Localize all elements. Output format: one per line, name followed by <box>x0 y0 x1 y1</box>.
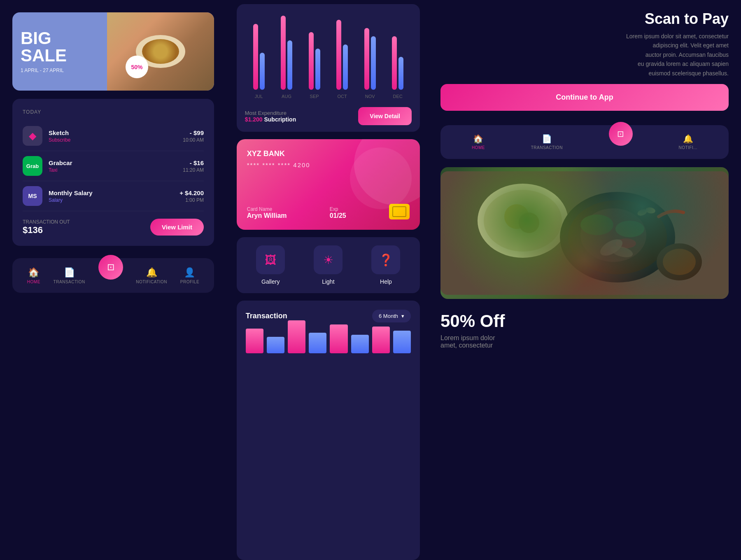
card-number: **** **** **** 4200 <box>247 161 410 168</box>
sketch-name: Sketch <box>49 129 177 136</box>
bar-wrapper <box>281 16 292 90</box>
chevron-down-icon: ▾ <box>401 313 404 319</box>
transaction-item-sketch: ◆ Sketch Subscribe - $99 10:00 AM <box>23 121 204 151</box>
light-label: Light <box>322 278 334 285</box>
bar-month-label: AUG <box>282 94 291 99</box>
nav-center-button[interactable]: ⊡ <box>98 255 123 280</box>
left-panel: BIG SALE 1 APRIL - 27 APRIL 50% TODAY ◆ … <box>0 0 228 560</box>
chart-bar-group-dec: DEC <box>392 36 403 99</box>
right-transaction-icon: 📄 <box>542 134 552 144</box>
pink-bar <box>364 28 369 90</box>
right-nav-notification[interactable]: 🔔 NOTIFI... <box>678 134 697 150</box>
right-notification-icon: 🔔 <box>683 134 693 144</box>
right-bottom-nav: 🏠 HOME 📄 TRANSACTION ⊡ 🔔 NOTIFI... <box>440 125 729 159</box>
grab-amount-col: - $16 11:20 AM <box>183 159 204 173</box>
card-name-label: Card Name <box>247 206 287 212</box>
pink-bar <box>336 20 341 90</box>
bar-month-label: JUL <box>255 94 263 99</box>
light-icon-wrap: ☀ <box>314 245 343 274</box>
bar-month-label: NOV <box>365 94 375 99</box>
mini-bar-item <box>309 333 326 353</box>
grab-time: 11:20 AM <box>183 167 204 173</box>
big-sale-title: BIG SALE <box>21 30 67 64</box>
home-icon: 🏠 <box>28 267 39 278</box>
card-name-group: Card Name Aryn William <box>247 206 287 219</box>
pink-bar <box>392 36 397 90</box>
salary-amount-col: + $4.200 1:00 PM <box>179 189 204 203</box>
continue-to-app-button[interactable]: Continue to App <box>440 84 729 111</box>
salary-name: Monthly Salary <box>49 189 173 196</box>
right-home-label: HOME <box>472 145 485 150</box>
right-nav-transaction[interactable]: 📄 TRANSACTION <box>531 134 563 150</box>
chart-bar-group-nov: NOV <box>364 28 376 99</box>
blue-bar <box>343 44 348 90</box>
card-exp-label: Exp <box>330 206 346 212</box>
chart-card: JULAUGSEPOCTNOVDEC Most Expenditure $1.2… <box>237 4 420 132</box>
transaction-out-group: TRANSACTION OUT $136 <box>23 219 70 236</box>
mini-bar-item <box>330 324 347 353</box>
quick-actions: 🖼 Gallery ☀ Light ❓ Help <box>237 237 420 293</box>
food-image-overlay <box>440 167 729 299</box>
card-exp-group: Exp 01/25 <box>330 206 346 219</box>
card-exp-value: 01/25 <box>330 212 346 219</box>
light-icon: ☀ <box>323 253 333 267</box>
view-limit-button[interactable]: View Limit <box>150 219 204 236</box>
salary-info: Monthly Salary Salary <box>49 189 173 203</box>
help-icon-wrap: ❓ <box>371 245 400 274</box>
mini-bar-item <box>288 320 305 353</box>
transaction-footer: TRANSACTION OUT $136 View Limit <box>23 219 204 236</box>
off-desc: Lorem ipsum doloramet, consectetur <box>440 334 729 349</box>
bottom-nav: 🏠 HOME 📄 TRANSACTION ⊡ 🔔 NOTIFICATION 👤 … <box>12 258 214 293</box>
sketch-amount: - $99 <box>183 129 204 136</box>
card-chip <box>389 204 410 219</box>
big-sale-text-area: BIG SALE 1 APRIL - 27 APRIL <box>12 21 75 82</box>
nav-item-profile[interactable]: 👤 PROFILE <box>180 267 199 284</box>
gallery-icon: 🖼 <box>265 253 276 267</box>
pink-bar <box>281 16 286 90</box>
transaction-bottom-title: Transaction <box>246 312 287 320</box>
right-nav-center-button[interactable]: ⊡ <box>609 122 633 146</box>
grab-icon: Grab <box>23 156 42 176</box>
sketch-sub: Subscribe <box>49 137 177 143</box>
salary-amount: + $4.200 <box>179 189 204 196</box>
nav-item-notification[interactable]: 🔔 NOTIFICATION <box>136 267 167 284</box>
salary-time: 1:00 PM <box>179 197 204 203</box>
ms-icon: MS <box>23 186 42 206</box>
grab-name: Grabcar <box>49 159 177 166</box>
right-notification-label: NOTIFI... <box>678 145 697 150</box>
help-icon: ❓ <box>379 253 393 267</box>
credit-card: XYZ BANK **** **** **** 4200 Card Name A… <box>237 139 420 230</box>
expenditure-amount: $1.200 Subcription <box>245 116 296 123</box>
card-bank-name: XYZ BANK <box>247 149 410 158</box>
expenditure-label: Most Expenditure <box>245 110 296 116</box>
right-nav-home[interactable]: 🏠 HOME <box>472 134 485 150</box>
nav-item-transaction[interactable]: 📄 TRANSACTION <box>54 267 85 284</box>
transaction-item-salary: MS Monthly Salary Salary + $4.200 1:00 P… <box>23 181 204 211</box>
chart-bar-group-jul: JUL <box>253 24 265 99</box>
big-sale-food-image <box>107 12 214 91</box>
big-sale-card: BIG SALE 1 APRIL - 27 APRIL 50% <box>12 12 214 91</box>
transaction-label: TRANSACTION <box>54 280 85 284</box>
middle-panel: JULAUGSEPOCTNOVDEC Most Expenditure $1.2… <box>228 0 428 560</box>
right-transaction-label: TRANSACTION <box>531 145 563 150</box>
grab-info: Grabcar Taxi <box>49 159 177 173</box>
salary-sub: Salary <box>49 197 173 203</box>
chart-bar-group-sep: SEP <box>309 32 320 99</box>
help-label: Help <box>380 278 392 285</box>
today-label: TODAY <box>23 109 204 115</box>
month-selector[interactable]: 6 Month ▾ <box>372 310 411 322</box>
blue-bar <box>287 40 292 90</box>
blue-bar <box>371 36 376 90</box>
month-selector-label: 6 Month <box>379 313 398 319</box>
big-sale-badge: 50% <box>126 56 148 78</box>
home-label: HOME <box>27 280 40 284</box>
big-sale-date: 1 APRIL - 27 APRIL <box>21 68 67 73</box>
transaction-out-label: TRANSACTION OUT <box>23 219 70 225</box>
action-gallery[interactable]: 🖼 Gallery <box>256 245 285 285</box>
action-light[interactable]: ☀ Light <box>314 245 343 285</box>
action-help[interactable]: ❓ Help <box>371 245 400 285</box>
off-section: 50% Off Lorem ipsum doloramet, consectet… <box>440 307 729 353</box>
notification-label: NOTIFICATION <box>136 280 167 284</box>
nav-item-home[interactable]: 🏠 HOME <box>27 267 40 284</box>
view-detail-button[interactable]: View Detail <box>358 107 412 125</box>
